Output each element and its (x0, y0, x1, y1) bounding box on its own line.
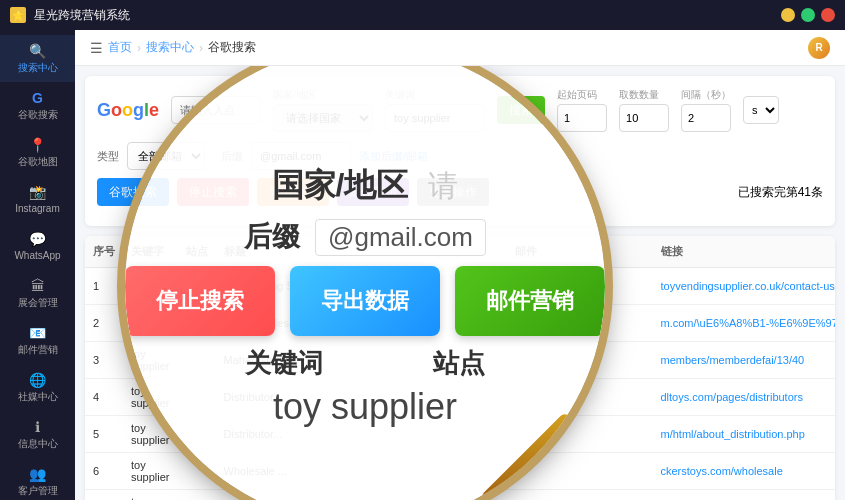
cell-email (507, 305, 653, 342)
start-page-field: 起始页码 (557, 88, 607, 132)
maximize-button[interactable] (801, 8, 815, 22)
cell-keyword: toy supplier (123, 490, 178, 501)
cell-title: Maharashtra... (216, 342, 507, 379)
main-content: ☰ 首页 › 搜索中心 › 谷歌搜索 R Google (75, 30, 845, 500)
cell-link[interactable]: nancetoys.com/ (653, 490, 836, 501)
cell-id: 2 (85, 305, 123, 342)
sidebar-item-instagram[interactable]: 📸 Instagram (0, 176, 75, 223)
col-title: 标题 (216, 236, 507, 268)
sidebar-item-exhibition[interactable]: 🏛 展会管理 (0, 270, 75, 317)
add-email-link[interactable]: 添加后缀/邮箱 (359, 149, 428, 164)
keyword-label: 关键词 (385, 88, 485, 102)
cell-link[interactable]: dltoys.com/pages/distributors (653, 379, 836, 416)
cell-id: 1 (85, 268, 123, 305)
type-select[interactable]: 全部邮箱 (127, 142, 205, 170)
title-bar: ⭐ 星光跨境营销系统 (0, 0, 845, 30)
site-input[interactable] (171, 96, 261, 124)
search-button[interactable]: 搜索 (497, 96, 545, 124)
nav-search-center[interactable]: 搜索中心 (146, 39, 194, 56)
table-row: 6 toy supplier Wholesale ... ckerstoys.c… (85, 453, 835, 490)
type-row: 类型 全部邮箱 后缀 添加后缀/邮箱 (97, 142, 823, 170)
cell-title: Amazing sc... (216, 490, 507, 501)
instagram-icon: 📸 (29, 184, 46, 200)
start-page-label: 起始页码 (557, 88, 607, 102)
suffix-input[interactable] (251, 142, 351, 170)
export-data-button[interactable]: 导出数据 (257, 178, 329, 206)
app-title: 星光跨境营销系统 (34, 7, 130, 24)
sidebar-label-customer: 客户管理 (18, 485, 58, 497)
cell-email (507, 268, 653, 305)
sidebar-label-exhibition: 展会管理 (18, 297, 58, 309)
country-field: 国家/地区 请选择国家 (273, 88, 373, 132)
cell-keyword: toy supplier (123, 342, 178, 379)
info-icon: ℹ (35, 419, 40, 435)
sidebar-item-social[interactable]: 🌐 社媒中心 (0, 364, 75, 411)
count-field: 取数数量 (619, 88, 669, 132)
cell-site (178, 379, 216, 416)
email-marketing-button[interactable]: 邮件营销 (337, 178, 409, 206)
sidebar-label-social: 社媒中心 (18, 391, 58, 403)
interval-unit-select[interactable]: s (743, 96, 779, 124)
app-icon: ⭐ (10, 7, 26, 23)
breadcrumb: ☰ 首页 › 搜索中心 › 谷歌搜索 R (75, 30, 845, 66)
country-select[interactable]: 请选择国家 (273, 104, 373, 132)
cell-link[interactable]: m.com/\uE6%A8%B1-%E6%9E%97%97-73 (653, 305, 836, 342)
cell-site (178, 453, 216, 490)
email-icon: 📧 (29, 325, 46, 341)
interval-input[interactable] (681, 104, 731, 132)
cell-keyword: toy supplier (123, 416, 178, 453)
cell-link[interactable]: m/html/about_distribution.php (653, 416, 836, 453)
table-header-row: 序号 关键字 站点 标题 邮件 链接 (85, 236, 835, 268)
cell-site (178, 490, 216, 501)
sidebar-item-whatsapp[interactable]: 💬 WhatsApp (0, 223, 75, 270)
minimize-button[interactable] (781, 8, 795, 22)
search-panel: Google 国家/地区 请选择国家 关键词 (85, 76, 835, 226)
close-button[interactable] (821, 8, 835, 22)
cell-link[interactable]: ckerstoys.com/wholesale (653, 453, 836, 490)
nav-home[interactable]: 首页 (108, 39, 132, 56)
type-label: 类型 (97, 149, 119, 164)
cell-link[interactable]: members/memberdefai/13/40 (653, 342, 836, 379)
table-row: 1 toy supplier Toy Vending Supl... toyve… (85, 268, 835, 305)
cell-link[interactable]: toyvendingsupplier.co.uk/contact-us-2-w.… (653, 268, 836, 305)
more-ops-button[interactable]: 更多操作 (417, 178, 489, 206)
cell-site (178, 342, 216, 379)
cell-email (507, 379, 653, 416)
cell-site (178, 268, 216, 305)
google-icon: G (32, 90, 43, 106)
nav-sep2: › (199, 41, 203, 55)
start-page-input[interactable] (557, 104, 607, 132)
cell-keyword: toy supplier (123, 305, 178, 342)
interval-label: 间隔（秒） (681, 88, 731, 102)
count-input[interactable] (619, 104, 669, 132)
cell-site (178, 416, 216, 453)
sidebar-item-info[interactable]: ℹ 信息中心 (0, 411, 75, 458)
cell-id: 6 (85, 453, 123, 490)
sidebar-label-whatsapp: WhatsApp (14, 250, 60, 262)
window-controls (781, 8, 835, 22)
keyword-input[interactable] (385, 104, 485, 132)
maps-icon: 📍 (29, 137, 46, 153)
sidebar-item-google-maps[interactable]: 📍 谷歌地图 (0, 129, 75, 176)
table-row: 7 toy supplier Amazing sc... nancetoys.c… (85, 490, 835, 501)
cell-title: Distributor... (216, 416, 507, 453)
sidebar-item-email[interactable]: 📧 邮件营销 (0, 317, 75, 364)
action-row: 谷歌搜索 停止搜索 导出数据 邮件营销 更多操作 已搜索完第41条 (97, 178, 823, 206)
cell-email (507, 342, 653, 379)
google-search-button[interactable]: 谷歌搜索 (97, 178, 169, 206)
cell-title: Toy Vending Supl... (216, 268, 507, 305)
sidebar: 🔍 搜索中心 G 谷歌搜索 📍 谷歌地图 📸 Instagram 💬 Whats… (0, 30, 75, 500)
results-table-container: 序号 关键字 站点 标题 邮件 链接 1 toy supplier Toy Ve… (85, 236, 835, 500)
col-site: 站点 (178, 236, 216, 268)
nav-sep1: › (137, 41, 141, 55)
nav-current: 谷歌搜索 (208, 39, 256, 56)
results-table: 序号 关键字 站点 标题 邮件 链接 1 toy supplier Toy Ve… (85, 236, 835, 500)
site-field (171, 96, 261, 124)
customer-icon: 👥 (29, 466, 46, 482)
search-form-row1: Google 国家/地区 请选择国家 关键词 (97, 88, 823, 132)
sidebar-item-search-center[interactable]: 🔍 搜索中心 (0, 35, 75, 82)
stop-search-button[interactable]: 停止搜索 (177, 178, 249, 206)
interval-field: 间隔（秒） (681, 88, 731, 132)
sidebar-item-google-search[interactable]: G 谷歌搜索 (0, 82, 75, 129)
sidebar-item-customer[interactable]: 👥 客户管理 (0, 458, 75, 500)
